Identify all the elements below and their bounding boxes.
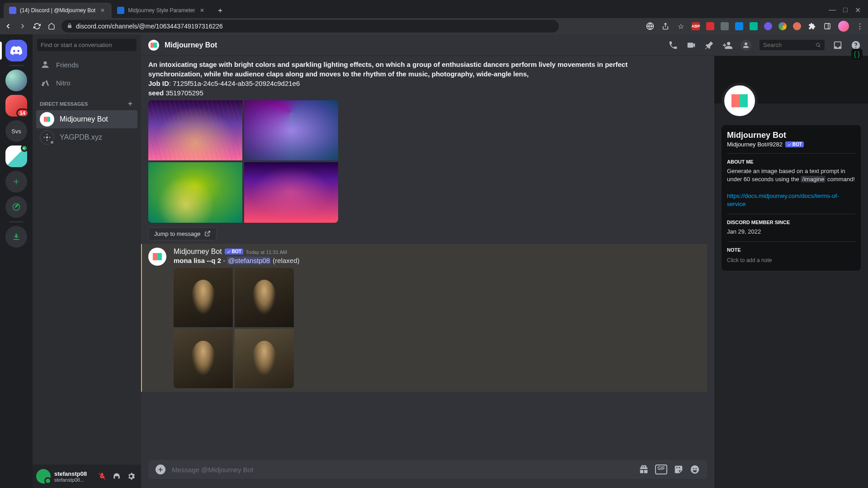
explore-servers-button[interactable] bbox=[5, 196, 27, 218]
share-icon[interactable] bbox=[661, 22, 670, 31]
kebab-menu-icon[interactable]: ⋮ bbox=[855, 22, 864, 31]
bookmark-icon[interactable]: ☆ bbox=[676, 22, 685, 31]
settings-button[interactable] bbox=[125, 470, 137, 483]
svg-rect-1 bbox=[825, 23, 830, 29]
translate-icon[interactable] bbox=[646, 22, 655, 31]
close-icon[interactable]: ✕ bbox=[198, 7, 206, 14]
generated-image[interactable] bbox=[235, 268, 294, 327]
message-avatar[interactable] bbox=[148, 248, 166, 266]
midjourney-avatar bbox=[40, 112, 54, 127]
generated-image[interactable] bbox=[148, 162, 242, 222]
server-icon[interactable]: Svs bbox=[5, 120, 27, 142]
generated-image[interactable] bbox=[235, 329, 294, 388]
svg-point-9 bbox=[695, 468, 697, 469]
browser-tab-active[interactable]: (14) Discord | @Midjourney Bot ✕ bbox=[4, 3, 112, 18]
extension-icon[interactable] bbox=[764, 22, 772, 30]
server-icon[interactable] bbox=[5, 70, 27, 91]
extension-icon[interactable] bbox=[735, 22, 743, 30]
video-call-button[interactable] bbox=[686, 40, 696, 50]
sticker-button[interactable] bbox=[674, 465, 684, 474]
attach-button[interactable]: ＋ bbox=[156, 465, 165, 474]
user-mention[interactable]: @stefanstp08 bbox=[227, 257, 271, 264]
search-box[interactable] bbox=[760, 40, 825, 50]
browser-profile-avatar[interactable] bbox=[838, 21, 849, 32]
forward-button[interactable] bbox=[18, 22, 27, 31]
toolbar-extensions: ☆ ABP ⋮ bbox=[646, 21, 864, 32]
discord-logo-icon bbox=[10, 46, 23, 55]
generated-image[interactable] bbox=[244, 162, 338, 222]
generated-image[interactable] bbox=[244, 100, 338, 160]
message-midjourney: Midjourney Bot BOT Today at 11:31 AM mon… bbox=[141, 244, 707, 392]
inbox-button[interactable] bbox=[833, 40, 843, 50]
user-avatar[interactable] bbox=[36, 469, 51, 483]
abp-extension-icon[interactable]: ABP bbox=[692, 22, 700, 30]
add-server-button[interactable] bbox=[5, 171, 27, 192]
generated-image[interactable] bbox=[174, 329, 233, 388]
nitro-nav[interactable]: Nitro bbox=[36, 74, 137, 92]
address-bar[interactable]: discord.com/channels/@me/106344374919731… bbox=[61, 20, 559, 33]
home-button[interactable] bbox=[47, 22, 56, 31]
message-composer: ＋ GIF bbox=[148, 460, 707, 479]
profile-badges[interactable]: { } bbox=[851, 56, 863, 60]
message-input[interactable] bbox=[172, 466, 632, 474]
voice-call-button[interactable] bbox=[668, 40, 678, 50]
profile-username: Midjourney Bot#9282 bbox=[727, 141, 783, 148]
new-tab-button[interactable]: ＋ bbox=[214, 4, 226, 17]
friends-nav[interactable]: Friends bbox=[36, 56, 137, 74]
jump-to-message-button[interactable]: Jump to message bbox=[148, 227, 217, 240]
create-dm-button[interactable]: ＋ bbox=[127, 99, 134, 108]
deafen-button[interactable] bbox=[110, 470, 123, 483]
tab-title: (14) Discord | @Midjourney Bot bbox=[20, 7, 95, 14]
profile-avatar[interactable] bbox=[722, 83, 758, 119]
pinned-messages-button[interactable] bbox=[704, 40, 714, 50]
imagine-command: /imagine bbox=[801, 176, 826, 183]
rail-separator bbox=[9, 221, 24, 222]
find-conversation-button[interactable]: Find or start a conversation bbox=[37, 39, 137, 51]
extensions-menu-icon[interactable] bbox=[807, 22, 816, 31]
friends-icon bbox=[40, 59, 51, 70]
message-list[interactable]: An intoxicating stage with bright colors… bbox=[141, 56, 714, 460]
maximize-icon[interactable]: □ bbox=[843, 6, 848, 14]
user-info[interactable]: stefanstp08 stefanstp08... bbox=[54, 470, 92, 483]
back-button[interactable] bbox=[4, 22, 13, 31]
job-id-value: 7125f51a-24c5-4424-ab35-20924c9d21e6 bbox=[173, 80, 300, 87]
server-icon[interactable]: 14 bbox=[5, 95, 27, 117]
dm-item-yagpdb[interactable]: YAGPDB.xyz bbox=[36, 128, 137, 146]
extension-icon[interactable] bbox=[750, 22, 758, 30]
sidepanel-icon[interactable] bbox=[823, 22, 832, 31]
chat-main: Midjourney Bot bbox=[141, 34, 868, 488]
generated-image[interactable] bbox=[148, 100, 242, 160]
browser-tab-inactive[interactable]: Midjourney Style Parameter ✕ bbox=[112, 3, 211, 18]
gift-button[interactable] bbox=[639, 465, 649, 474]
extension-icon[interactable] bbox=[706, 22, 714, 30]
close-window-icon[interactable]: ✕ bbox=[855, 6, 861, 14]
server-icon[interactable] bbox=[5, 145, 27, 167]
reload-button[interactable] bbox=[33, 22, 42, 31]
message-content: mona lisa --q 2 - @stefanstp08 (relaxed) bbox=[174, 256, 700, 265]
bot-tag: BOT bbox=[225, 249, 243, 254]
image-grid bbox=[174, 268, 294, 388]
generated-image[interactable] bbox=[174, 268, 233, 327]
tos-link[interactable]: https://docs.midjourney.com/docs/terms-o… bbox=[727, 192, 839, 207]
minimize-icon[interactable]: ― bbox=[829, 6, 836, 14]
user-tag: stefanstp08... bbox=[54, 477, 92, 483]
dm-item-midjourney[interactable]: Midjourney Bot bbox=[36, 110, 137, 128]
extension-icon[interactable] bbox=[778, 22, 787, 30]
dm-home-button[interactable] bbox=[5, 40, 27, 61]
gif-button[interactable]: GIF bbox=[655, 465, 667, 474]
user-profile-button[interactable] bbox=[741, 40, 751, 51]
download-apps-button[interactable] bbox=[5, 226, 27, 248]
search-input[interactable] bbox=[763, 42, 813, 48]
image-grid bbox=[148, 100, 338, 223]
dm-name: YAGPDB.xyz bbox=[60, 133, 102, 141]
message-author[interactable]: Midjourney Bot bbox=[174, 248, 222, 256]
add-friends-button[interactable] bbox=[722, 40, 732, 50]
extension-icon[interactable] bbox=[793, 22, 801, 30]
discord-favicon bbox=[9, 7, 16, 14]
close-icon[interactable]: ✕ bbox=[99, 7, 106, 14]
url-text: discord.com/channels/@me/106344374919731… bbox=[76, 23, 223, 30]
extension-icon[interactable] bbox=[721, 22, 729, 30]
mute-mic-button[interactable] bbox=[96, 470, 108, 483]
note-input[interactable] bbox=[727, 255, 855, 265]
emoji-button[interactable] bbox=[690, 465, 700, 474]
